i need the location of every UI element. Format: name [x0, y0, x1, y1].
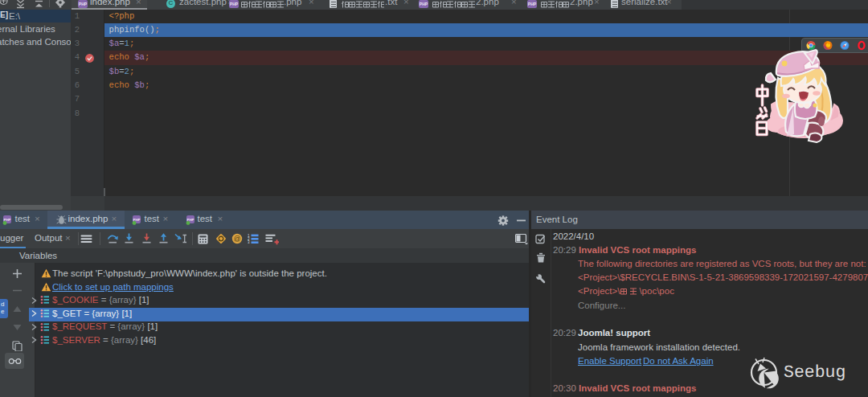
svg-text:PHP: PHP: [3, 218, 10, 222]
svg-text:PHP: PHP: [186, 218, 194, 222]
svg-text:3: 3: [248, 240, 250, 244]
svg-text:PHP: PHP: [133, 218, 140, 222]
svg-text:@: @: [234, 235, 241, 243]
